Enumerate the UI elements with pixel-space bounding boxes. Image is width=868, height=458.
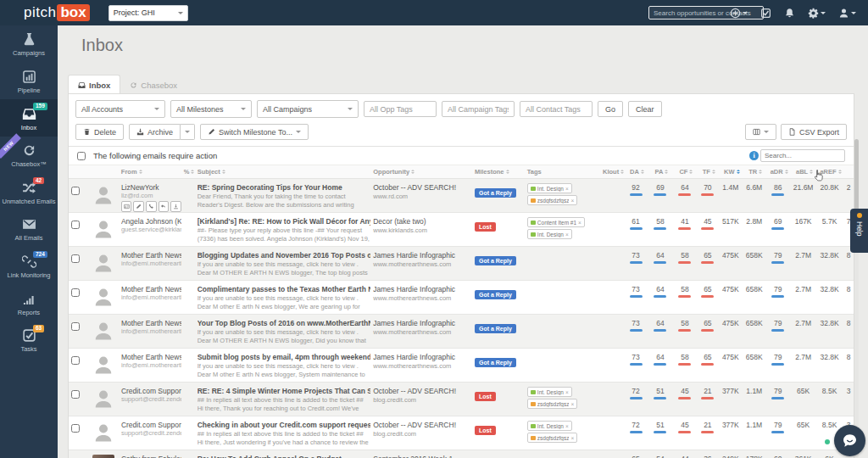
tab-inbox[interactable]: Inbox [68,75,120,94]
sort-icon[interactable] [222,168,225,176]
column-header-opp[interactable]: Opportunity [373,168,475,176]
sidebar-item-unmatched-emails[interactable]: 42Unmatched Emails [0,174,58,211]
sidebar-item-all-emails[interactable]: All Emails [0,210,58,248]
email-row[interactable]: Mother Earth Newsinfo@emi.motherearthn..… [69,247,854,281]
sort-icon[interactable] [506,168,509,176]
email-row[interactable]: LizNewYorkliz@rd.comRE: Spring Decoratin… [69,179,854,213]
sidebar-item-campaigns[interactable]: Campaigns [0,25,58,63]
opportunity-url[interactable]: www.kirklands.com [373,226,472,234]
tag-chip[interactable]: Int. Design× [527,183,572,193]
sort-icon[interactable] [411,168,415,176]
reply-action-button[interactable] [159,201,170,212]
delete-button[interactable]: Delete [75,124,124,140]
row-checkbox[interactable] [71,424,80,433]
sort-icon[interactable] [737,168,740,176]
milestone-badge[interactable]: Got a Reply [475,290,516,299]
milestone-badge[interactable]: Lost [475,222,496,232]
project-selector[interactable]: Project: GHI [108,5,188,21]
select-all-checkbox[interactable] [77,152,86,160]
milestone-badge[interactable]: Got a Reply [475,324,516,333]
campaign-tags-input[interactable] [442,101,515,117]
contact-tags-input[interactable] [520,101,593,117]
milestone-badge[interactable]: Lost [475,392,496,401]
remove-tag-icon[interactable]: × [565,423,569,429]
milestone-badge[interactable]: Got a Reply [475,358,516,367]
column-header-tr[interactable]: TR [743,168,767,176]
sort-icon[interactable] [641,168,644,176]
opportunity-url[interactable]: blog.credit.com [373,430,472,438]
column-header-da[interactable]: DA [626,168,649,176]
column-header-tf[interactable]: TF [698,168,720,176]
column-header-subject[interactable]: Subject [198,168,374,176]
email-row[interactable]: Mother Earth Newsinfo@emi.motherearthn..… [69,349,854,383]
row-checkbox[interactable] [71,288,80,297]
row-checkbox[interactable] [71,390,80,399]
sort-icon[interactable] [759,168,762,176]
tag-chip[interactable]: Int. Design× [527,387,572,397]
milestone-badge[interactable]: Lost [475,426,496,435]
remove-tag-icon[interactable]: × [570,435,574,441]
opportunity-url[interactable]: blog.credit.com [373,396,472,404]
row-checkbox[interactable] [71,322,80,331]
tag-chip[interactable]: Int. Design× [527,229,572,239]
pencil-action-button[interactable] [133,201,144,212]
help-tab[interactable]: Help [850,209,868,253]
opportunity-url[interactable]: www.motherearthnews.com [373,362,472,370]
tab-chasebox[interactable]: Chasebox [120,75,186,94]
email-row[interactable]: Mother Earth Newsinfo@emi.motherearthn..… [69,315,854,349]
remove-tag-icon[interactable]: × [565,186,569,192]
column-header-kw[interactable]: KW [720,168,743,176]
card-action-button[interactable] [121,201,132,212]
column-header-klout[interactable]: Klout [602,168,626,176]
milestone-badge[interactable]: Got a Reply [475,188,516,198]
column-header-cf[interactable]: CF [674,168,698,176]
settings-button[interactable] [808,8,826,19]
sort-icon[interactable] [712,168,715,176]
add-button[interactable] [730,8,748,19]
column-header-tags[interactable]: Tags [527,168,602,176]
vertical-scrollbar[interactable] [854,139,859,458]
remove-tag-icon[interactable]: × [565,232,569,237]
sort-icon[interactable] [139,168,142,176]
archive-dropdown-button[interactable] [181,124,195,140]
table-search-input[interactable] [760,149,845,162]
column-header-pct[interactable]: % [184,168,198,176]
csv-export-button[interactable]: CSV Export [781,124,847,140]
sidebar-item-reports[interactable]: Reports [0,284,58,321]
column-header-adr[interactable]: aDR [767,168,791,176]
sort-icon[interactable] [838,168,842,176]
opportunity-url[interactable]: www.rd.com [373,193,472,200]
column-chooser-button[interactable] [745,124,776,140]
tag-chip[interactable]: zsdgfsdzfgsz× [527,433,577,443]
notifications-button[interactable] [784,8,795,19]
phone-action-button[interactable] [146,201,157,212]
sort-icon[interactable] [785,168,788,176]
tag-chip[interactable]: zsdgfsdzfgsz× [527,195,577,205]
tasks-button[interactable] [760,8,771,19]
sidebar-item-pipeline[interactable]: Pipeline [0,63,58,100]
sort-icon[interactable] [620,168,624,176]
sidebar-item-inbox[interactable]: 159Inbox [0,99,58,137]
sidebar-item-chasebox[interactable]: NEWChasebox™ [0,137,58,174]
sidebar-item-tasks[interactable]: 63Tasks [0,321,58,359]
tag-chip[interactable]: Content Item #1× [527,217,585,227]
clear-button[interactable]: Clear [628,101,662,117]
campaigns-filter-select[interactable]: All Campaigns [257,100,359,118]
milestone-badge[interactable]: Got a Reply [475,256,516,265]
sidebar-item-link-monitoring[interactable]: 724Link Monitoring [0,248,58,285]
opportunity-url[interactable]: www.motherearthnews.com [373,294,472,302]
sort-icon[interactable] [665,168,668,176]
opp-tags-input[interactable] [364,101,437,117]
email-row[interactable]: Credit.com Supportsupport@credit.zendes.… [69,416,854,450]
remove-tag-icon[interactable]: × [570,401,574,407]
opportunity-url[interactable]: www.motherearthnews.com [373,260,472,268]
remove-tag-icon[interactable]: × [578,220,581,226]
pitchbox-logo[interactable]: pitch box [24,4,90,21]
download-action-button[interactable] [170,201,181,212]
column-header-milestone[interactable]: Milestone [475,168,527,176]
email-row[interactable]: Angela Johnson (Kirkla...guest.service@k… [69,213,854,247]
column-header-from[interactable]: From [121,168,184,176]
row-checkbox[interactable] [71,356,80,365]
archive-button[interactable]: Archive [129,124,181,140]
opportunity-url[interactable]: www.motherearthnews.com [373,328,472,336]
